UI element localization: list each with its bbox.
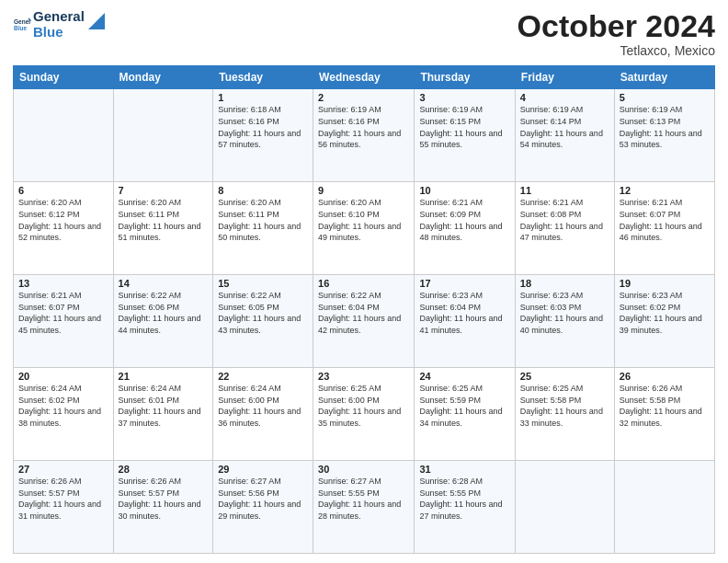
- day-info: Sunrise: 6:19 AM Sunset: 6:16 PM Dayligh…: [318, 104, 409, 150]
- day-info: Sunrise: 6:28 AM Sunset: 5:55 PM Dayligh…: [419, 476, 509, 522]
- day-info: Sunrise: 6:24 AM Sunset: 6:01 PM Dayligh…: [119, 383, 209, 429]
- page-header: General Blue General Blue October 2024 T…: [13, 9, 715, 58]
- day-number: 25: [520, 371, 609, 382]
- day-number: 27: [18, 464, 108, 475]
- day-number: 9: [318, 185, 409, 196]
- day-info: Sunrise: 6:23 AM Sunset: 6:04 PM Dayligh…: [419, 290, 509, 336]
- header-monday: Monday: [113, 66, 213, 89]
- calendar-cell-2-2: 7Sunrise: 6:20 AM Sunset: 6:11 PM Daylig…: [113, 182, 213, 275]
- day-info: Sunrise: 6:22 AM Sunset: 6:05 PM Dayligh…: [218, 290, 308, 336]
- logo-text-blue: Blue: [33, 25, 85, 40]
- calendar-cell-1-7: 5Sunrise: 6:19 AM Sunset: 6:13 PM Daylig…: [614, 89, 714, 182]
- day-number: 22: [218, 371, 308, 382]
- day-info: Sunrise: 6:26 AM Sunset: 5:57 PM Dayligh…: [119, 476, 209, 522]
- logo-text-general: General: [33, 9, 85, 25]
- calendar-week-5: 27Sunrise: 6:26 AM Sunset: 5:57 PM Dayli…: [14, 461, 715, 554]
- day-number: 15: [218, 278, 308, 289]
- day-number: 23: [318, 371, 409, 382]
- calendar-cell-4-7: 26Sunrise: 6:26 AM Sunset: 5:58 PM Dayli…: [614, 368, 714, 461]
- calendar-cell-4-5: 24Sunrise: 6:25 AM Sunset: 5:59 PM Dayli…: [415, 368, 515, 461]
- day-info: Sunrise: 6:19 AM Sunset: 6:13 PM Dayligh…: [620, 104, 710, 150]
- day-number: 11: [520, 185, 609, 196]
- day-info: Sunrise: 6:24 AM Sunset: 6:00 PM Dayligh…: [218, 383, 308, 429]
- calendar-cell-3-5: 17Sunrise: 6:23 AM Sunset: 6:04 PM Dayli…: [415, 275, 515, 368]
- day-info: Sunrise: 6:23 AM Sunset: 6:02 PM Dayligh…: [620, 290, 710, 336]
- calendar-cell-5-3: 29Sunrise: 6:27 AM Sunset: 5:56 PM Dayli…: [213, 461, 313, 554]
- day-number: 5: [620, 92, 710, 103]
- day-number: 17: [419, 278, 509, 289]
- calendar-cell-2-6: 11Sunrise: 6:21 AM Sunset: 6:08 PM Dayli…: [515, 182, 614, 275]
- day-info: Sunrise: 6:22 AM Sunset: 6:04 PM Dayligh…: [318, 290, 409, 336]
- header-saturday: Saturday: [614, 66, 714, 89]
- day-number: 28: [119, 464, 209, 475]
- logo-triangle-icon: [88, 13, 105, 29]
- calendar-cell-4-6: 25Sunrise: 6:25 AM Sunset: 5:58 PM Dayli…: [515, 368, 614, 461]
- day-number: 18: [520, 278, 609, 289]
- day-number: 26: [620, 371, 710, 382]
- calendar-cell-4-1: 20Sunrise: 6:24 AM Sunset: 6:02 PM Dayli…: [14, 368, 114, 461]
- day-number: 24: [419, 371, 509, 382]
- calendar-cell-1-4: 2Sunrise: 6:19 AM Sunset: 6:16 PM Daylig…: [313, 89, 415, 182]
- calendar-cell-1-6: 4Sunrise: 6:19 AM Sunset: 6:14 PM Daylig…: [515, 89, 614, 182]
- day-number: 3: [419, 92, 509, 103]
- day-info: Sunrise: 6:25 AM Sunset: 5:58 PM Dayligh…: [520, 383, 609, 429]
- day-info: Sunrise: 6:21 AM Sunset: 6:07 PM Dayligh…: [620, 197, 710, 243]
- calendar-cell-1-3: 1Sunrise: 6:18 AM Sunset: 6:16 PM Daylig…: [213, 89, 313, 182]
- calendar-week-2: 6Sunrise: 6:20 AM Sunset: 6:12 PM Daylig…: [14, 182, 715, 275]
- header-tuesday: Tuesday: [213, 66, 313, 89]
- calendar-cell-5-5: 31Sunrise: 6:28 AM Sunset: 5:55 PM Dayli…: [415, 461, 515, 554]
- header-thursday: Thursday: [415, 66, 515, 89]
- day-number: 19: [620, 278, 710, 289]
- calendar-cell-1-5: 3Sunrise: 6:19 AM Sunset: 6:15 PM Daylig…: [415, 89, 515, 182]
- calendar-cell-3-7: 19Sunrise: 6:23 AM Sunset: 6:02 PM Dayli…: [614, 275, 714, 368]
- day-number: 20: [18, 371, 108, 382]
- day-number: 16: [318, 278, 409, 289]
- day-number: 1: [218, 92, 308, 103]
- day-number: 8: [218, 185, 308, 196]
- day-info: Sunrise: 6:23 AM Sunset: 6:03 PM Dayligh…: [520, 290, 609, 336]
- calendar-cell-4-3: 22Sunrise: 6:24 AM Sunset: 6:00 PM Dayli…: [213, 368, 313, 461]
- day-number: 21: [119, 371, 209, 382]
- header-friday: Friday: [515, 66, 614, 89]
- calendar-cell-5-2: 28Sunrise: 6:26 AM Sunset: 5:57 PM Dayli…: [113, 461, 213, 554]
- day-info: Sunrise: 6:21 AM Sunset: 6:07 PM Dayligh…: [18, 290, 108, 336]
- calendar-cell-3-4: 16Sunrise: 6:22 AM Sunset: 6:04 PM Dayli…: [313, 275, 415, 368]
- day-info: Sunrise: 6:20 AM Sunset: 6:11 PM Dayligh…: [218, 197, 308, 243]
- calendar-cell-2-5: 10Sunrise: 6:21 AM Sunset: 6:09 PM Dayli…: [415, 182, 515, 275]
- day-number: 2: [318, 92, 409, 103]
- month-year-title: October 2024: [518, 9, 715, 43]
- logo-icon: General Blue: [13, 16, 31, 34]
- calendar-table: Sunday Monday Tuesday Wednesday Thursday…: [13, 65, 715, 554]
- calendar-cell-5-6: [515, 461, 614, 554]
- location-subtitle: Tetlaxco, Mexico: [518, 43, 715, 58]
- header-sunday: Sunday: [14, 66, 114, 89]
- day-info: Sunrise: 6:19 AM Sunset: 6:15 PM Dayligh…: [419, 104, 509, 150]
- calendar-cell-3-6: 18Sunrise: 6:23 AM Sunset: 6:03 PM Dayli…: [515, 275, 614, 368]
- day-info: Sunrise: 6:25 AM Sunset: 6:00 PM Dayligh…: [318, 383, 409, 429]
- day-info: Sunrise: 6:27 AM Sunset: 5:56 PM Dayligh…: [218, 476, 308, 522]
- calendar-cell-5-7: [614, 461, 714, 554]
- calendar-cell-4-2: 21Sunrise: 6:24 AM Sunset: 6:01 PM Dayli…: [113, 368, 213, 461]
- day-info: Sunrise: 6:21 AM Sunset: 6:08 PM Dayligh…: [520, 197, 609, 243]
- day-number: 4: [520, 92, 609, 103]
- day-info: Sunrise: 6:20 AM Sunset: 6:11 PM Dayligh…: [119, 197, 209, 243]
- calendar-cell-1-1: [14, 89, 114, 182]
- calendar-cell-5-1: 27Sunrise: 6:26 AM Sunset: 5:57 PM Dayli…: [14, 461, 114, 554]
- day-info: Sunrise: 6:26 AM Sunset: 5:58 PM Dayligh…: [620, 383, 710, 429]
- day-info: Sunrise: 6:20 AM Sunset: 6:10 PM Dayligh…: [318, 197, 409, 243]
- calendar-cell-2-7: 12Sunrise: 6:21 AM Sunset: 6:07 PM Dayli…: [614, 182, 714, 275]
- calendar-header-row: Sunday Monday Tuesday Wednesday Thursday…: [14, 66, 715, 89]
- header-wednesday: Wednesday: [313, 66, 415, 89]
- calendar-cell-2-3: 8Sunrise: 6:20 AM Sunset: 6:11 PM Daylig…: [213, 182, 313, 275]
- calendar-week-1: 1Sunrise: 6:18 AM Sunset: 6:16 PM Daylig…: [14, 89, 715, 182]
- day-number: 13: [18, 278, 108, 289]
- calendar-cell-3-1: 13Sunrise: 6:21 AM Sunset: 6:07 PM Dayli…: [14, 275, 114, 368]
- calendar-week-4: 20Sunrise: 6:24 AM Sunset: 6:02 PM Dayli…: [14, 368, 715, 461]
- day-info: Sunrise: 6:25 AM Sunset: 5:59 PM Dayligh…: [419, 383, 509, 429]
- day-info: Sunrise: 6:27 AM Sunset: 5:55 PM Dayligh…: [318, 476, 409, 522]
- day-info: Sunrise: 6:18 AM Sunset: 6:16 PM Dayligh…: [218, 104, 308, 150]
- calendar-cell-3-3: 15Sunrise: 6:22 AM Sunset: 6:05 PM Dayli…: [213, 275, 313, 368]
- day-number: 12: [620, 185, 710, 196]
- day-info: Sunrise: 6:22 AM Sunset: 6:06 PM Dayligh…: [119, 290, 209, 336]
- day-info: Sunrise: 6:26 AM Sunset: 5:57 PM Dayligh…: [18, 476, 108, 522]
